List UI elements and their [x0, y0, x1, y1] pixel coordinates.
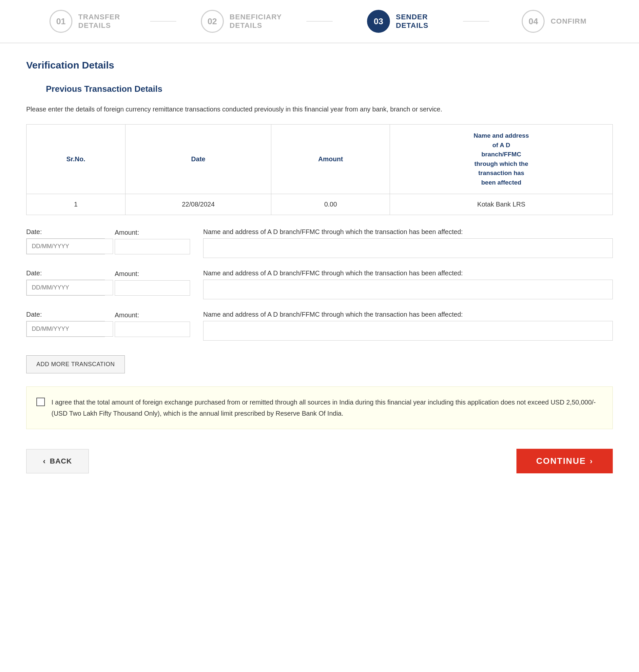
back-button[interactable]: ‹ BACK	[26, 449, 89, 473]
agreement-checkbox[interactable]	[36, 398, 45, 406]
continue-arrow-icon: ›	[590, 457, 593, 466]
continue-button[interactable]: CONTINUE ›	[516, 449, 613, 473]
amount-label-1: Amount:	[115, 229, 190, 236]
divider-3	[463, 21, 489, 21]
form-row-3: Date: 📅 Amount: Name and address of A D …	[26, 311, 613, 340]
col-header-date: Date	[125, 125, 271, 194]
name-address-input-3[interactable]	[203, 321, 613, 340]
step-1: 01 TRANSFERDETAILS	[20, 10, 150, 33]
step-3: 03 SENDERDETAILS	[332, 10, 463, 33]
form-section: Date: 📅 Amount: Name and address of A D …	[26, 228, 613, 340]
amount-label-3: Amount:	[115, 311, 190, 319]
step-1-label: TRANSFERDETAILS	[78, 13, 120, 30]
step-1-name: TRANSFERDETAILS	[78, 13, 120, 30]
form-row-1: Date: 📅 Amount: Name and address of A D …	[26, 228, 613, 258]
row-srno: 1	[27, 194, 125, 215]
date-input-wrapper-1[interactable]: 📅	[26, 238, 105, 254]
divider-1	[150, 21, 176, 21]
step-2-label: BENEFICIARYDETAILS	[230, 13, 282, 30]
back-label: BACK	[50, 457, 72, 465]
back-arrow-icon: ‹	[43, 457, 46, 466]
step-3-label: SENDERDETAILS	[396, 13, 428, 30]
amount-label-2: Amount:	[115, 270, 190, 278]
description-text: Please enter the details of foreign curr…	[26, 104, 613, 114]
col-header-amount: Amount	[271, 125, 390, 194]
table-row: 1 22/08/2024 0.00 Kotak Bank LRS	[27, 194, 613, 215]
name-address-input-1[interactable]	[203, 238, 613, 258]
step-4-label: CONFIRM	[550, 17, 587, 26]
amount-group-1: Amount:	[115, 229, 190, 254]
step-3-circle: 03	[367, 10, 390, 33]
amount-input-2[interactable]	[115, 280, 190, 296]
name-address-label-1: Name and address of A D branch/FFMC thro…	[203, 228, 613, 236]
continue-label: CONTINUE	[536, 456, 586, 466]
date-group-1: Date: 📅	[26, 228, 105, 254]
row-date: 22/08/2024	[125, 194, 271, 215]
transaction-table: Sr.No. Date Amount Name and addressof A …	[26, 124, 613, 215]
divider-2	[307, 21, 332, 21]
step-2-name: BENEFICIARYDETAILS	[230, 13, 282, 30]
date-input-1[interactable]	[27, 239, 113, 254]
date-label-1: Date:	[26, 228, 105, 236]
name-address-label-3: Name and address of A D branch/FFMC thro…	[203, 311, 613, 318]
date-input-3[interactable]	[27, 321, 113, 337]
name-address-group-1: Name and address of A D branch/FFMC thro…	[203, 228, 613, 258]
step-4: 04 CONFIRM	[489, 10, 620, 33]
date-group-2: Date: 📅	[26, 270, 105, 296]
agreement-text: I agree that the total amount of foreign…	[51, 397, 603, 419]
step-2: 02 BENEFICIARYDETAILS	[176, 10, 307, 33]
date-input-wrapper-3[interactable]: 📅	[26, 321, 105, 337]
amount-group-3: Amount:	[115, 311, 190, 337]
col-header-srno: Sr.No.	[27, 125, 125, 194]
amount-group-2: Amount:	[115, 270, 190, 296]
row-name: Kotak Bank LRS	[390, 194, 613, 215]
step-2-circle: 02	[201, 10, 224, 33]
date-group-3: Date: 📅	[26, 311, 105, 337]
amount-input-1[interactable]	[115, 239, 190, 254]
name-address-group-3: Name and address of A D branch/FFMC thro…	[203, 311, 613, 340]
add-more-button[interactable]: ADD MORE TRANSCATION	[26, 355, 125, 373]
amount-input-3[interactable]	[115, 322, 190, 337]
step-4-circle: 04	[522, 10, 545, 33]
step-4-name: CONFIRM	[550, 17, 587, 26]
main-content: Verification Details Previous Transactio…	[0, 43, 639, 490]
section-title: Verification Details	[26, 60, 613, 71]
step-1-circle: 01	[49, 10, 73, 33]
date-input-wrapper-2[interactable]: 📅	[26, 280, 105, 296]
date-label-3: Date:	[26, 311, 105, 318]
form-row-2: Date: 📅 Amount: Name and address of A D …	[26, 270, 613, 299]
subsection-title: Previous Transaction Details	[46, 84, 613, 94]
name-address-label-2: Name and address of A D branch/FFMC thro…	[203, 270, 613, 277]
name-address-group-2: Name and address of A D branch/FFMC thro…	[203, 270, 613, 299]
agreement-box: I agree that the total amount of foreign…	[26, 386, 613, 429]
date-input-2[interactable]	[27, 280, 113, 295]
row-amount: 0.00	[271, 194, 390, 215]
nav-buttons: ‹ BACK CONTINUE ›	[26, 449, 613, 473]
col-header-name: Name and addressof A Dbranch/FFMCthrough…	[390, 125, 613, 194]
date-label-2: Date:	[26, 270, 105, 277]
name-address-input-2[interactable]	[203, 280, 613, 299]
step-3-name: SENDERDETAILS	[396, 13, 428, 30]
stepper: 01 TRANSFERDETAILS 02 BENEFICIARYDETAILS…	[0, 0, 639, 43]
